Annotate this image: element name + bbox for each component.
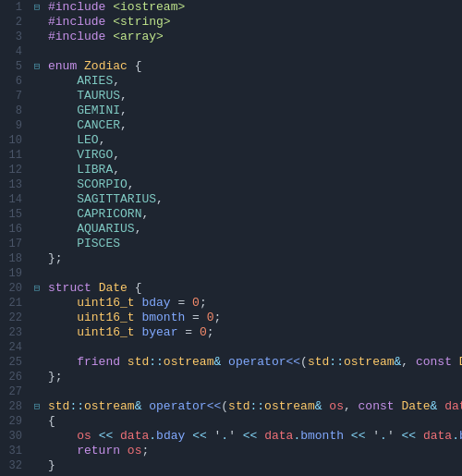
token-kw-struct: const bbox=[416, 355, 452, 369]
line-content: } bbox=[44, 458, 462, 473]
token-kw-struct: const bbox=[359, 399, 395, 413]
line-gutter-icon: ⊟ bbox=[30, 0, 44, 15]
token-ns: std bbox=[48, 399, 69, 413]
token-enum-val: VIRGO bbox=[77, 148, 113, 162]
code-line: 19 bbox=[0, 266, 462, 281]
token-func-name: operator<< bbox=[149, 399, 221, 413]
token-punct bbox=[452, 355, 459, 369]
code-line: 28⊟std::ostream& operator<<(std::ostream… bbox=[0, 399, 462, 414]
code-line: 8 GEMINI, bbox=[0, 104, 462, 118]
line-number: 30 bbox=[0, 429, 30, 444]
code-line: 30 os << data.bday << '.' << data.bmonth… bbox=[0, 429, 462, 444]
line-number: 31 bbox=[0, 444, 30, 458]
line-content: #include <array> bbox=[44, 30, 462, 44]
code-line: 7 TAURUS, bbox=[0, 89, 462, 104]
token-punct bbox=[221, 355, 228, 369]
token-punct: , bbox=[113, 163, 120, 177]
token-kw-return: return bbox=[77, 444, 120, 458]
line-number: 3 bbox=[0, 30, 30, 44]
line-content: CANCER, bbox=[44, 118, 462, 133]
code-editor: 1⊟#include <iostream>2#include <string>3… bbox=[0, 0, 462, 476]
token-punct bbox=[48, 325, 77, 339]
code-line: 27 bbox=[0, 384, 462, 399]
line-content: friend std::ostream& operator<<(std::ost… bbox=[44, 355, 462, 370]
line-number: 28 bbox=[0, 399, 30, 414]
line-number: 6 bbox=[0, 74, 30, 89]
token-punct: ; bbox=[141, 444, 149, 458]
token-punct: , bbox=[113, 148, 120, 162]
line-number: 24 bbox=[0, 340, 30, 355]
token-punct bbox=[48, 74, 77, 88]
token-punct: , bbox=[344, 399, 359, 413]
line-number: 21 bbox=[0, 296, 30, 311]
token-punct bbox=[48, 148, 77, 162]
token-dot: . bbox=[452, 429, 459, 443]
token-punct bbox=[120, 444, 128, 458]
token-punct: }; bbox=[48, 251, 63, 265]
line-content: VIRGO, bbox=[44, 148, 462, 163]
line-content: #include <string> bbox=[44, 15, 462, 30]
line-content: enum Zodiac { bbox=[44, 59, 462, 74]
token-enum-val: AQUARIUS bbox=[77, 222, 134, 236]
line-content: }; bbox=[44, 370, 462, 384]
token-punct: , bbox=[113, 74, 120, 88]
token-punct bbox=[48, 237, 77, 250]
token-enum-val: SCORPIO bbox=[77, 177, 128, 191]
token-operator: & bbox=[315, 399, 322, 413]
token-kw-include: #include bbox=[48, 15, 105, 29]
token-angle-str: <array> bbox=[113, 30, 164, 43]
token-operator: << bbox=[351, 429, 366, 443]
token-param: data bbox=[423, 429, 452, 443]
token-punct: , bbox=[120, 104, 128, 117]
token-punct bbox=[48, 133, 77, 147]
token-punct: , bbox=[141, 207, 149, 221]
token-punct: ; bbox=[213, 311, 221, 324]
line-content: SCORPIO, bbox=[44, 177, 462, 192]
code-line: 9 CANCER, bbox=[0, 118, 462, 133]
line-content: struct Date { bbox=[44, 281, 462, 296]
token-punct bbox=[120, 355, 128, 369]
token-scope: :: bbox=[149, 355, 164, 369]
code-line: 16 AQUARIUS, bbox=[0, 222, 462, 237]
token-dot: . bbox=[380, 429, 387, 443]
token-func-name: operator<< bbox=[228, 355, 300, 369]
line-content: return os; bbox=[44, 444, 462, 458]
token-var-name: bmonth bbox=[300, 429, 344, 443]
token-enum-val: SAGITTARIUS bbox=[77, 192, 156, 206]
token-punct bbox=[48, 177, 77, 191]
line-number: 9 bbox=[0, 118, 30, 133]
line-content: uint16_t byear = 0; bbox=[44, 325, 462, 340]
code-line: 32} bbox=[0, 458, 462, 473]
token-punct: , bbox=[120, 89, 128, 103]
token-std-class: ostream bbox=[164, 355, 214, 369]
token-var-name: bday bbox=[156, 429, 185, 443]
token-type-name: uint16_t bbox=[77, 325, 134, 339]
token-punct bbox=[48, 104, 77, 117]
code-line: 2#include <string> bbox=[0, 15, 462, 30]
line-number: 26 bbox=[0, 370, 30, 384]
token-enum-val: PISCES bbox=[77, 237, 120, 250]
token-enum-val: TAURUS bbox=[77, 89, 120, 103]
token-punct: , bbox=[128, 177, 135, 191]
line-content: std::ostream& operator<<(std::ostream& o… bbox=[44, 399, 462, 414]
code-line: 20⊟struct Date { bbox=[0, 281, 462, 296]
token-punct: = bbox=[171, 296, 192, 310]
token-enum-val: ARIES bbox=[77, 74, 113, 88]
token-type-name: Date bbox=[401, 399, 430, 413]
token-punct: ( bbox=[221, 399, 228, 413]
line-content: uint16_t bday = 0; bbox=[44, 296, 462, 311]
token-var-name: byear bbox=[141, 325, 177, 339]
code-line: 31 return os; bbox=[0, 444, 462, 458]
line-number: 19 bbox=[0, 266, 30, 281]
line-content: TAURUS, bbox=[44, 89, 462, 104]
code-line: 24 bbox=[0, 340, 462, 355]
code-line: 22 uint16_t bmonth = 0; bbox=[0, 311, 462, 325]
token-operator: << bbox=[243, 429, 258, 443]
token-punct: = bbox=[185, 311, 206, 324]
token-punct: ' bbox=[365, 429, 380, 443]
token-punct bbox=[416, 429, 423, 443]
token-param: data bbox=[264, 429, 293, 443]
code-line: 17 PISCES bbox=[0, 237, 462, 251]
line-number: 11 bbox=[0, 148, 30, 163]
token-dot: . bbox=[149, 429, 156, 443]
